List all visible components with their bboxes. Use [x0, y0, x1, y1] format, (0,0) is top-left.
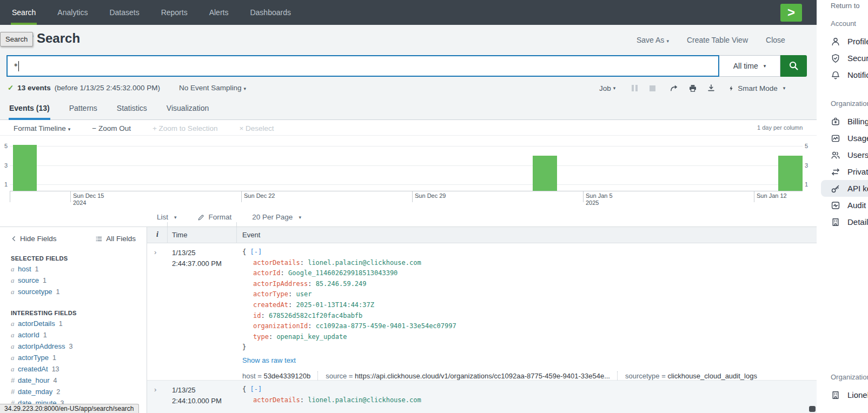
field-item-date_hour[interactable]: #date_hour4	[11, 377, 136, 384]
share-icon[interactable]	[670, 83, 679, 93]
tab-statistics[interactable]: Statistics	[116, 98, 148, 120]
json-value[interactable]: 85.246.59.249	[316, 280, 367, 288]
json-value[interactable]: Google_114602629918513043390	[288, 269, 397, 277]
stop-icon[interactable]	[650, 85, 655, 91]
expand-event-icon[interactable]: ›	[154, 385, 156, 394]
job-menu-button[interactable]: Job▾	[599, 84, 615, 92]
list-view-dropdown[interactable]: List▾	[157, 213, 177, 221]
cloud-item-lionel[interactable]: Lionel	[821, 387, 868, 403]
cloud-item-audit-logs[interactable]: Audit logs	[821, 197, 868, 214]
json-key[interactable]: actorId	[253, 269, 281, 277]
meta-value[interactable]: https://api.clickhouse.cloud/v1/organiza…	[355, 372, 610, 380]
create-table-view-button[interactable]: Create Table View	[687, 36, 748, 44]
json-key[interactable]: id	[253, 312, 261, 319]
field-name[interactable]: source	[18, 277, 39, 284]
cloud-item-private-endpoints[interactable]: Private endpoints	[821, 163, 868, 180]
cloud-item-api-keys[interactable]: API keys	[821, 180, 868, 197]
cloud-item-details[interactable]: Details	[821, 214, 868, 230]
format-timeline-dropdown[interactable]: Format Timeline▾	[14, 124, 70, 132]
event-sampling-dropdown[interactable]: No Event Sampling▾	[179, 84, 246, 92]
field-item-createdAt[interactable]: acreatedAt13	[11, 365, 136, 373]
cloud-item-notifications[interactable]: Notifications	[821, 66, 868, 83]
nav-item-datasets[interactable]: Datasets	[108, 0, 140, 25]
scrollbar-thumb[interactable]	[809, 406, 816, 412]
zoom-to-selection-button[interactable]: + Zoom to Selection	[153, 124, 217, 132]
close-button[interactable]: Close	[766, 36, 785, 44]
field-name[interactable]: actorIpAddress	[18, 343, 65, 350]
format-results-button[interactable]: Format	[197, 213, 232, 221]
field-name[interactable]: actorDetails	[18, 320, 55, 328]
json-key[interactable]: actorDetails	[253, 396, 300, 404]
field-item-source[interactable]: asource1	[11, 277, 136, 284]
json-collapse-toggle[interactable]: [-]	[250, 248, 262, 256]
json-value[interactable]: cc1092aa-8775-459e-9401-33e54ec07997	[316, 322, 456, 330]
field-item-sourcetype[interactable]: asourcetype1	[11, 288, 136, 296]
field-item-host[interactable]: ahost1	[11, 265, 136, 273]
json-key[interactable]: organizationId	[253, 322, 308, 330]
timeline-bar[interactable]	[13, 145, 37, 191]
all-fields-button[interactable]: All Fields	[95, 235, 136, 243]
field-item-actorIpAddress[interactable]: aactorIpAddress3	[11, 343, 136, 350]
tab-events-13-[interactable]: Events (13)	[9, 98, 50, 120]
field-item-date_mday[interactable]: #date_mday2	[11, 388, 136, 396]
json-value[interactable]: 2025-01-13T14:44:37Z	[296, 301, 375, 309]
json-key[interactable]: actorIpAddress	[253, 280, 308, 288]
export-icon[interactable]	[706, 83, 716, 93]
timeline-controls: Format Timeline▾ − Zoom Out + Zoom to Se…	[0, 120, 817, 136]
tab-visualization[interactable]: Visualization	[166, 98, 209, 120]
return-to-link[interactable]: Return to	[831, 2, 859, 10]
pause-icon[interactable]	[632, 85, 638, 91]
field-name[interactable]: date_mday	[18, 388, 52, 396]
json-value[interactable]: lionel.palacin@clickhouse.com	[308, 396, 421, 404]
meta-value[interactable]: 53de4339120b	[263, 372, 310, 380]
json-key[interactable]: actorDetails	[253, 259, 300, 267]
json-key[interactable]: createdAt	[253, 301, 288, 309]
json-value[interactable]: user	[296, 290, 312, 298]
splunk-logo[interactable]: >	[780, 4, 802, 22]
time-range-picker[interactable]: All time ▾	[719, 55, 780, 77]
tab-patterns[interactable]: Patterns	[69, 98, 98, 120]
show-raw-text-link[interactable]: Show as raw text	[242, 355, 757, 366]
cloud-item-billing[interactable]: Billing	[821, 113, 868, 130]
field-count: 3	[69, 343, 72, 350]
cloud-item-profile[interactable]: Profile	[821, 33, 868, 50]
json-value[interactable]: lionel.palacin@clickhouse.com	[308, 259, 421, 267]
field-item-actorDetails[interactable]: aactorDetails1	[11, 320, 136, 328]
nav-item-search[interactable]: Search	[11, 0, 37, 25]
field-name[interactable]: createdAt	[18, 365, 48, 373]
json-key[interactable]: type	[253, 333, 269, 341]
save-as-button[interactable]: Save As▾	[637, 36, 669, 44]
json-value[interactable]: openapi_key_update	[276, 333, 347, 341]
json-value[interactable]: 678526d582c1f20fac4babfb	[269, 312, 362, 319]
print-icon[interactable]	[688, 83, 698, 93]
cloud-item-users[interactable]: Users	[821, 146, 868, 163]
zoom-out-button[interactable]: − Zoom Out	[92, 124, 131, 132]
field-name[interactable]: sourcetype	[18, 288, 52, 296]
hide-fields-button[interactable]: Hide Fields	[11, 235, 57, 243]
meta-value[interactable]: clickhouse_cloud_audit_logs	[667, 372, 757, 380]
per-page-dropdown[interactable]: 20 Per Page▾	[252, 213, 301, 221]
field-name[interactable]: actorId	[18, 331, 39, 339]
expand-event-icon[interactable]: ›	[154, 248, 156, 256]
field-name[interactable]: actorType	[18, 354, 49, 362]
deselect-button[interactable]: × Deselect	[239, 124, 274, 132]
json-collapse-toggle[interactable]: [-]	[250, 385, 262, 393]
y-axis-label-right: 1	[805, 181, 808, 188]
search-input[interactable]: *	[6, 55, 719, 77]
cloud-item-usage[interactable]: Usage	[821, 130, 868, 146]
smart-mode-button[interactable]: Smart Mode ▾	[728, 84, 785, 92]
field-item-actorType[interactable]: aactorType1	[11, 354, 136, 362]
timeline-bar[interactable]	[778, 156, 803, 191]
cloud-item-security[interactable]: Security	[821, 50, 868, 66]
nav-item-dashboards[interactable]: Dashboards	[249, 0, 292, 25]
field-name[interactable]: date_hour	[18, 377, 50, 384]
timeline-bar[interactable]	[533, 156, 557, 191]
search-button[interactable]	[780, 55, 807, 77]
event-time: 1/13/252:44:37.000 PM	[172, 248, 222, 269]
nav-item-analytics[interactable]: Analytics	[56, 0, 89, 25]
field-item-actorId[interactable]: aactorId1	[11, 331, 136, 339]
nav-item-reports[interactable]: Reports	[160, 0, 189, 25]
nav-item-alerts[interactable]: Alerts	[208, 0, 230, 25]
field-name[interactable]: host	[18, 265, 31, 273]
json-key[interactable]: actorType	[253, 290, 288, 298]
